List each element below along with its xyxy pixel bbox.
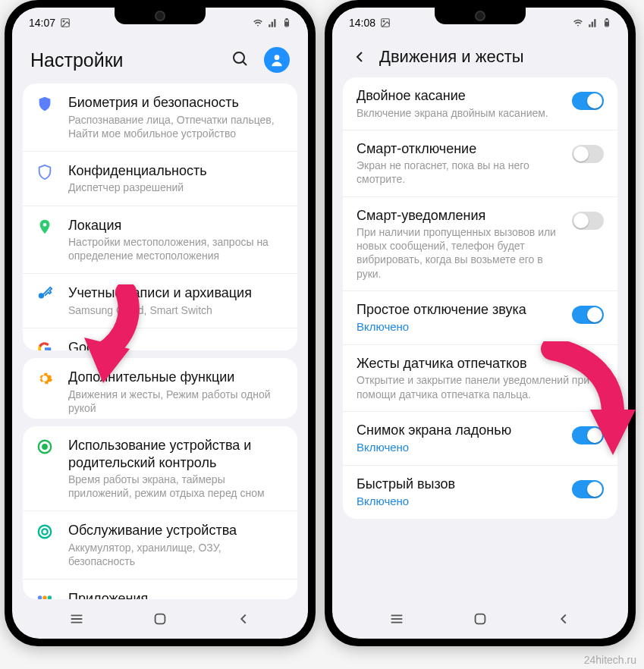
svg-point-12 [39,526,52,539]
toggle-switch[interactable] [572,92,604,110]
wellbeing-green-icon [33,437,56,455]
battery-icon [282,17,291,29]
settings-row-wellbeing[interactable]: Использование устройства и родительский … [23,426,297,511]
toggle-switch[interactable] [572,145,604,163]
phone-left: 14:07 Наст [5,0,316,646]
nav-home[interactable] [472,611,488,627]
toggle-switch[interactable] [572,212,604,230]
nav-bar [332,599,628,639]
back-button[interactable] [350,48,369,66]
settings-row-accounts[interactable]: Учетные записи и архивация Samsung Cloud… [23,274,297,328]
nav-back[interactable] [235,611,252,627]
row-subtitle: Включение экрана двойным касанием. [357,106,560,120]
row-subtitle: Время работы экрана, таймеры приложений,… [68,473,284,500]
settings-row-devicecare[interactable]: Обслуживание устройства Аккумулятор, хра… [23,511,297,579]
status-time: 14:07 [29,17,55,29]
gesture-row-fp-gestures[interactable]: Жесты датчика отпечатков Открытие и закр… [343,345,617,412]
image-icon [60,17,71,28]
settings-row-privacy[interactable]: Конфиденциальность Диспетчер разрешений [23,152,297,206]
row-title: Быстрый вызов [357,476,560,493]
row-subtitle: Распознавание лица, Отпечатки пальцев, Н… [68,113,284,140]
row-title: Дополнительные функции [68,369,284,386]
signal-icon [587,17,599,28]
row-title: Снимок экрана ладонью [357,422,560,439]
row-title: Смарт-уведомления [357,207,560,225]
svg-point-13 [42,529,47,535]
row-title: Биометрия и безопасность [68,94,284,112]
nav-back[interactable] [555,611,572,627]
row-title: Двойное касание [357,87,560,105]
row-subtitle: Включено [357,319,560,334]
header: Движения и жесты [332,35,628,77]
nav-home[interactable] [152,611,168,627]
notch [115,8,206,24]
watermark: 24hitech.ru [584,654,636,666]
row-title: Жесты датчика отпечатков [357,355,604,372]
header: Настройки [12,35,308,83]
svg-point-5 [234,52,244,63]
svg-rect-24 [606,19,608,20]
row-subtitle: Диспетчер разрешений [68,181,284,194]
google-icon [33,339,56,350]
nav-recents[interactable] [388,611,405,627]
status-time: 14:08 [349,17,375,29]
gesture-row-smart-stay[interactable]: Смарт-отключение Экран не погаснет, пока… [343,130,617,197]
shield-blue-icon [33,94,56,112]
toggle-switch[interactable] [572,426,604,444]
avatar[interactable] [264,47,290,73]
image-icon [380,17,391,28]
gesture-row-palm-swipe[interactable]: Снимок экрана ладонью Включено [343,412,617,466]
signal-icon [267,17,279,28]
row-subtitle: Движения и жесты, Режим работы одной рук… [68,388,284,415]
nav-bar [12,599,308,639]
row-subtitle: Samsung Cloud, Smart Switch [68,303,284,317]
gesture-row-direct-call[interactable]: Быстрый вызов Включено [343,466,617,519]
nav-recents[interactable] [68,611,85,627]
settings-row-apps[interactable]: Приложения [23,579,297,599]
battery-icon [602,17,611,29]
svg-point-1 [63,20,64,22]
svg-point-14 [38,596,42,600]
svg-line-6 [243,61,247,65]
row-subtitle: Экран не погаснет, пока вы на него смотр… [357,159,560,186]
toggle-switch[interactable] [572,306,604,324]
gear-orange-icon [33,369,56,387]
search-icon[interactable] [231,49,249,71]
settings-group: Биометрия и безопасность Распознавание л… [23,83,297,350]
settings-row-google[interactable]: Google Настройки Google [23,328,297,350]
svg-rect-4 [286,22,288,26]
row-title: Обслуживание устройства [68,522,284,539]
gesture-row-double-tap[interactable]: Двойное касание Включение экрана двойным… [343,77,617,130]
row-title: Простое отключение звука [357,301,560,319]
toggle-switch[interactable] [572,480,604,498]
page-title: Настройки [30,49,220,71]
phone-right: 14:08 [325,0,636,646]
gesture-row-easy-mute[interactable]: Простое отключение звука Включено [343,291,617,345]
wifi-icon [252,17,264,28]
svg-point-11 [42,444,47,449]
settings-list[interactable]: Биометрия и безопасность Распознавание л… [12,83,308,599]
svg-point-15 [42,596,47,600]
svg-point-22 [383,20,385,22]
row-title: Конфиденциальность [68,162,284,180]
gesture-row-smart-alert[interactable]: Смарт-уведомления При наличии пропущенны… [343,197,617,291]
settings-row-advanced[interactable]: Дополнительные функции Движения и жесты,… [23,358,297,419]
row-title: Использование устройства и родительский … [68,437,284,471]
row-subtitle: При наличии пропущенных вызовов или новы… [357,225,560,281]
svg-point-8 [43,223,47,227]
wifi-icon [572,17,584,28]
row-subtitle: Настройки местоположения, запросы на опр… [68,235,284,262]
notch [435,8,526,24]
row-title: Локация [68,217,284,234]
row-title: Google [68,339,284,350]
devicecare-icon [33,522,56,540]
settings-row-location[interactable]: Локация Настройки местоположения, запрос… [23,206,297,275]
svg-rect-25 [606,22,608,26]
settings-row-biometrics[interactable]: Биометрия и безопасность Распознавание л… [23,83,297,152]
svg-point-7 [275,55,280,60]
svg-rect-20 [156,614,165,624]
gestures-list[interactable]: Двойное касание Включение экрана двойным… [332,77,628,599]
settings-group: Использование устройства и родительский … [23,426,297,599]
svg-rect-29 [476,614,485,624]
svg-rect-3 [286,19,287,20]
